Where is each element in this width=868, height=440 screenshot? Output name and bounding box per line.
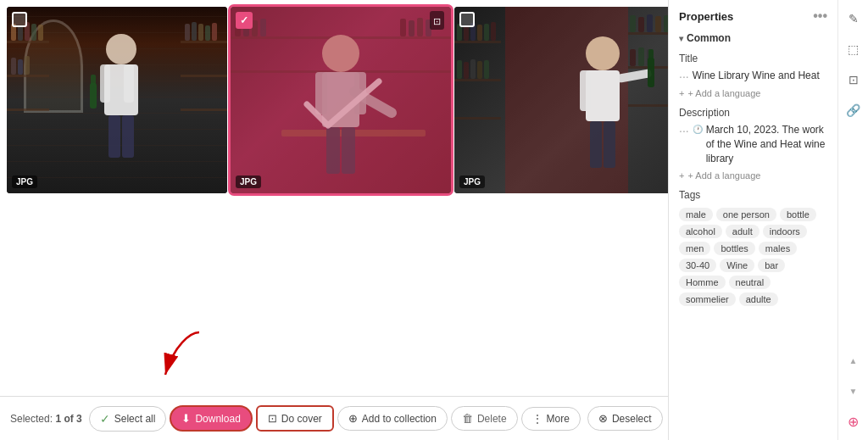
svg-point-19 — [106, 34, 136, 64]
link-panel-icon[interactable]: 🔗 — [842, 98, 865, 122]
svg-rect-26 — [91, 75, 96, 85]
tag-chip[interactable]: adult — [726, 225, 760, 238]
svg-rect-1 — [7, 75, 49, 77]
image-card-3[interactable]: JPG — [454, 7, 668, 193]
svg-rect-47 — [454, 117, 501, 120]
up-scroll-btn[interactable]: ▲ — [842, 348, 865, 372]
svg-rect-63 — [638, 17, 644, 32]
svg-rect-55 — [464, 62, 469, 79]
down-scroll-btn[interactable]: ▼ — [842, 379, 865, 403]
tag-chip[interactable]: sommelier — [679, 292, 736, 306]
image-card-2[interactable]: JPG ✓ ⊡ — [231, 7, 451, 193]
svg-rect-66 — [664, 15, 668, 32]
svg-rect-77 — [590, 121, 602, 168]
more-button[interactable]: ⋮ More — [521, 407, 581, 431]
select-checkbox-1[interactable] — [12, 12, 27, 27]
add-collection-icon: ⊕ — [348, 412, 358, 425]
side-icons-panel: ✎ ⬚ ⊡ 🔗 ▲ ▼ ⊕ — [837, 0, 868, 440]
tag-chip[interactable]: adulte — [739, 292, 778, 306]
panel-title: Properties — [679, 10, 733, 23]
svg-rect-21 — [100, 64, 110, 103]
svg-rect-22 — [124, 64, 134, 103]
properties-panel: Properties ••• ▾ Common Title ··· Wine L… — [668, 0, 837, 440]
svg-rect-57 — [477, 61, 482, 79]
add-collection-button[interactable]: ⊕ Add to collection — [337, 406, 448, 431]
cover-icon: ⊡ — [268, 412, 277, 425]
svg-rect-45 — [454, 41, 501, 43]
svg-rect-76 — [648, 49, 654, 59]
svg-rect-18 — [212, 23, 217, 41]
svg-rect-58 — [484, 60, 489, 79]
content-area: JPG — [0, 0, 668, 440]
select-checkbox-checked-2[interactable]: ✓ — [236, 12, 253, 29]
tag-chip[interactable]: Wine — [720, 259, 754, 272]
tag-chip[interactable]: male — [679, 208, 713, 221]
svg-rect-61 — [628, 104, 668, 107]
image-grid: JPG — [0, 0, 668, 396]
svg-rect-25 — [90, 83, 97, 109]
svg-rect-23 — [108, 115, 120, 158]
svg-rect-15 — [192, 22, 197, 41]
common-section-toggle[interactable]: ▾ Common — [669, 29, 837, 49]
tag-chip[interactable]: Homme — [679, 276, 726, 289]
svg-point-71 — [586, 36, 620, 70]
svg-rect-73 — [580, 70, 591, 111]
add-panel-icon[interactable]: ⊕ — [842, 409, 865, 433]
title-drag-icon: ··· — [679, 70, 689, 83]
svg-rect-46 — [454, 79, 501, 81]
image-badge-2: JPG — [236, 175, 261, 188]
deselect-button[interactable]: ⊗ Deselect — [587, 406, 663, 431]
plus-icon: + — [679, 88, 684, 98]
edit-panel-icon[interactable]: ✎ — [842, 7, 865, 31]
tag-chip[interactable]: 30-40 — [679, 259, 716, 272]
svg-rect-59 — [628, 32, 668, 35]
svg-rect-11 — [11, 58, 16, 75]
chevron-icon: ▾ — [679, 34, 683, 43]
delete-button[interactable]: 🗑 Delete — [451, 406, 518, 431]
add-title-language-btn[interactable]: + + Add a language — [669, 86, 837, 103]
download-button[interactable]: ⬇ Download — [170, 405, 252, 432]
svg-rect-75 — [648, 58, 654, 87]
svg-rect-62 — [630, 15, 636, 32]
svg-rect-9 — [31, 24, 36, 41]
tag-chip[interactable]: bar — [758, 259, 785, 272]
do-cover-button[interactable]: ⊡ Do cover — [256, 405, 334, 432]
bottom-toolbar: Selected: 1 of 3 ✓ Select all ⬇ Download… — [0, 396, 668, 440]
image-badge-1: JPG — [12, 175, 37, 188]
svg-rect-24 — [122, 115, 134, 158]
tag-chip[interactable]: neutral — [729, 276, 771, 289]
tag-chip[interactable]: men — [679, 242, 710, 255]
svg-rect-3 — [181, 41, 227, 43]
tag-chip[interactable]: males — [759, 242, 797, 255]
svg-rect-65 — [655, 16, 661, 32]
svg-rect-12 — [18, 59, 23, 75]
tag-chip[interactable]: bottles — [714, 242, 754, 255]
tag-chip[interactable]: alcohol — [679, 225, 722, 238]
image-card-1[interactable]: JPG — [7, 7, 227, 193]
svg-rect-53 — [491, 22, 496, 41]
add-desc-language-btn[interactable]: + + Add a language — [669, 168, 837, 186]
svg-rect-4 — [181, 75, 227, 77]
tag-chip[interactable]: one person — [716, 208, 776, 221]
clock-icon: 🕐 — [693, 125, 703, 134]
deselect-icon: ⊗ — [598, 412, 608, 425]
select-all-button[interactable]: ✓ Select all — [89, 406, 167, 432]
select-checkbox-3[interactable] — [459, 12, 475, 27]
svg-rect-14 — [185, 24, 190, 41]
tag-chip[interactable]: indoors — [763, 225, 807, 238]
svg-rect-16 — [198, 24, 203, 41]
svg-rect-0 — [7, 41, 49, 43]
common-section-label: Common — [687, 32, 731, 44]
svg-rect-56 — [470, 59, 476, 79]
svg-rect-78 — [604, 121, 615, 168]
svg-rect-17 — [205, 25, 210, 41]
title-value: Wine Library Wine and Heat — [693, 69, 820, 83]
tag-chip[interactable]: bottle — [780, 208, 816, 221]
svg-rect-2 — [7, 109, 49, 111]
image-badge-3: JPG — [459, 175, 485, 188]
svg-rect-51 — [477, 25, 482, 41]
transform-panel-icon[interactable]: ⊡ — [842, 68, 865, 92]
panel-options-icon[interactable]: ••• — [813, 8, 827, 24]
more-dots-icon: ⋮ — [532, 413, 542, 425]
image-panel-icon[interactable]: ⬚ — [842, 37, 865, 61]
